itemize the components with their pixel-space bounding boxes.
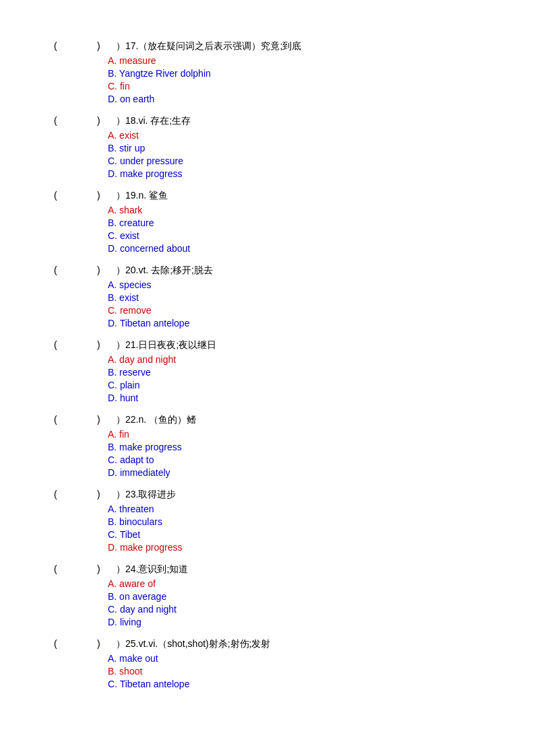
options-20: A. speciesB. existC. removeD. Tibetan an… [108,279,481,329]
options-23: A. threatenB. binocularsC. TibetD. make … [108,504,481,553]
bracket-left-19: ( [54,190,67,201]
question-block-23: ()）23.取得进步A. threatenB. binocularsC. Tib… [54,489,481,553]
option-23-2: C. Tibet [108,529,481,540]
question-text-23: ）23.取得进步 [116,489,176,501]
option-20-0: A. species [108,279,481,290]
options-24: A. aware ofB. on averageC. day and night… [108,578,481,627]
question-row-22: ()）22.n. （鱼的）鳍 [54,414,481,426]
option-19-3: D. concerned about [108,243,481,254]
bracket-right-25: ) [97,638,111,649]
question-block-24: ()）24.意识到;知道A. aware ofB. on averageC. d… [54,563,481,627]
option-18-1: B. stir up [108,143,481,153]
option-22-1: B. make progress [108,442,481,452]
option-25-1: B. shoot [108,666,481,677]
bracket-left-25: ( [54,638,67,649]
option-21-0: A. day and night [108,354,481,365]
option-19-1: B. creature [108,217,481,228]
question-block-17: ()）17.（放在疑问词之后表示强调）究竟;到底A. measureB. Yan… [54,40,481,104]
options-22: A. finB. make progressC. adapt toD. imme… [108,429,481,478]
question-row-17: ()）17.（放在疑问词之后表示强调）究竟;到底 [54,40,481,53]
option-23-1: B. binoculars [108,516,481,527]
option-24-2: C. day and night [108,604,481,615]
question-row-19: ()）19.n. 鲨鱼 [54,190,481,202]
options-17: A. measureB. Yangtze River dolphinC. fin… [108,55,481,104]
question-row-23: ()）23.取得进步 [54,489,481,501]
option-22-3: D. immediately [108,467,481,478]
option-25-2: C. Tibetan antelope [108,679,481,689]
option-24-1: B. on average [108,591,481,602]
question-block-21: ()）21.日日夜夜;夜以继日A. day and nightB. reserv… [54,339,481,403]
questions-container: ()）17.（放在疑问词之后表示强调）究竟;到底A. measureB. Yan… [54,40,481,689]
bracket-left-18: ( [54,115,67,126]
option-22-2: C. adapt to [108,454,481,465]
bracket-right-19: ) [97,190,111,201]
question-text-24: ）24.意识到;知道 [116,563,188,576]
options-21: A. day and nightB. reserveC. plainD. hun… [108,354,481,403]
question-row-20: ()）20.vt. 去除;移开;脱去 [54,265,481,277]
question-block-20: ()）20.vt. 去除;移开;脱去A. speciesB. existC. r… [54,265,481,329]
question-row-21: ()）21.日日夜夜;夜以继日 [54,339,481,351]
question-row-25: ()）25.vt.vi.（shot,shot)射杀;射伤;发射 [54,638,481,650]
options-18: A. existB. stir upC. under pressureD. ma… [108,130,481,179]
question-row-24: ()）24.意识到;知道 [54,563,481,576]
option-24-3: D. living [108,617,481,627]
question-block-18: ()）18.vi. 存在;生存A. existB. stir upC. unde… [54,115,481,179]
option-21-1: B. reserve [108,367,481,378]
options-19: A. sharkB. creatureC. existD. concerned … [108,205,481,254]
bracket-right-21: ) [97,339,111,350]
option-19-2: C. exist [108,230,481,241]
bracket-right-22: ) [97,414,111,425]
question-text-19: ）19.n. 鲨鱼 [116,190,168,202]
bracket-right-23: ) [97,489,111,500]
question-text-21: ）21.日日夜夜;夜以继日 [116,339,216,351]
option-20-1: B. exist [108,292,481,303]
bracket-left-23: ( [54,489,67,500]
option-21-2: C. plain [108,380,481,390]
bracket-left-22: ( [54,414,67,425]
bracket-left-24: ( [54,563,67,574]
question-text-22: ）22.n. （鱼的）鳍 [116,414,196,426]
option-18-2: C. under pressure [108,156,481,166]
question-text-20: ）20.vt. 去除;移开;脱去 [116,265,213,277]
option-20-2: C. remove [108,305,481,316]
question-block-19: ()）19.n. 鲨鱼A. sharkB. creatureC. existD.… [54,190,481,254]
option-19-0: A. shark [108,205,481,215]
question-text-18: ）18.vi. 存在;生存 [116,115,191,127]
option-17-2: C. fin [108,81,481,92]
question-row-18: ()）18.vi. 存在;生存 [54,115,481,127]
option-18-3: D. make progress [108,168,481,179]
bracket-right-18: ) [97,115,111,126]
option-21-3: D. hunt [108,392,481,403]
bracket-left-21: ( [54,339,67,350]
option-24-0: A. aware of [108,578,481,589]
option-23-0: A. threaten [108,504,481,514]
bracket-left-20: ( [54,265,67,275]
bracket-right-24: ) [97,563,111,574]
option-22-0: A. fin [108,429,481,440]
option-20-3: D. Tibetan antelope [108,318,481,329]
bracket-left-17: ( [54,40,67,51]
question-text-25: ）25.vt.vi.（shot,shot)射杀;射伤;发射 [116,638,271,650]
question-block-25: ()）25.vt.vi.（shot,shot)射杀;射伤;发射A. make o… [54,638,481,689]
question-text-17: ）17.（放在疑问词之后表示强调）究竟;到底 [116,40,301,53]
option-17-3: D. on earth [108,94,481,104]
option-17-0: A. measure [108,55,481,66]
bracket-right-17: ) [97,40,111,51]
options-25: A. make outB. shootC. Tibetan antelope [108,653,481,689]
bracket-right-20: ) [97,265,111,275]
option-17-1: B. Yangtze River dolphin [108,68,481,79]
question-block-22: ()）22.n. （鱼的）鳍A. finB. make progressC. a… [54,414,481,478]
option-23-3: D. make progress [108,542,481,553]
option-18-0: A. exist [108,130,481,141]
option-25-0: A. make out [108,653,481,664]
